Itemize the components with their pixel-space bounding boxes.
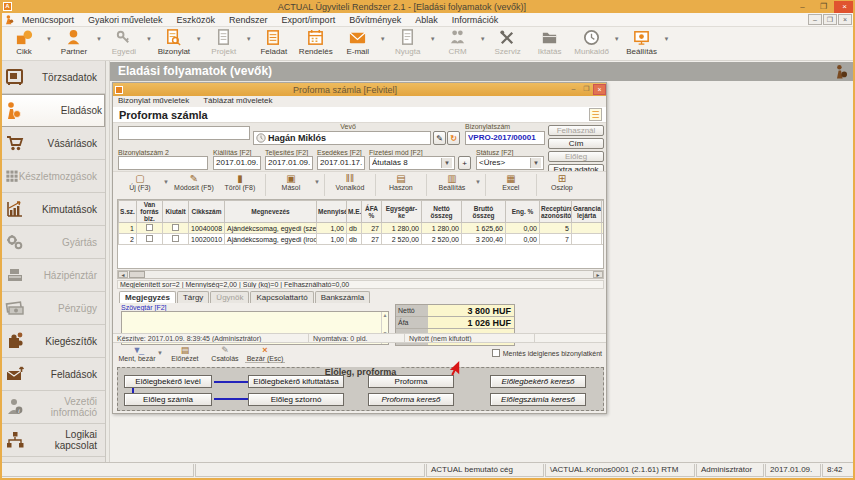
- mdi-minimize-button[interactable]: –: [808, 14, 822, 25]
- mdi-close-button[interactable]: ×: [838, 14, 852, 25]
- row-checkbox[interactable]: [137, 234, 163, 245]
- tab-megjegyzes[interactable]: Megjegyzés: [119, 291, 176, 303]
- toolbar-partner[interactable]: Partner: [54, 28, 94, 56]
- uj-dropdown-arrow[interactable]: ▼: [163, 179, 169, 185]
- torol-button[interactable]: ▮Töröl (F8): [217, 173, 263, 191]
- col-egysegar[interactable]: Egységár-ke: [382, 201, 422, 223]
- scroll-right-arrow[interactable]: ►: [593, 271, 603, 278]
- col-brutto[interactable]: Bruttó összeg: [462, 201, 506, 223]
- menu-export-import[interactable]: Export/import: [275, 15, 343, 25]
- col-eng[interactable]: Eng. %: [506, 201, 540, 223]
- menu-eszkozok[interactable]: Eszközök: [170, 15, 223, 25]
- haszon-button[interactable]: ▤Haszon: [378, 173, 424, 191]
- partner-code-input[interactable]: [118, 126, 250, 140]
- minimize-button[interactable]: –: [792, 1, 813, 13]
- eloleg-szamla-button[interactable]: Előleg számla: [124, 393, 212, 406]
- proforma-kereso-button[interactable]: Proforma kereső: [368, 393, 454, 406]
- dialog-close-button[interactable]: ×: [593, 84, 606, 95]
- col-me[interactable]: M.E.: [347, 201, 362, 223]
- chevron-down-icon[interactable]: ▼: [441, 158, 452, 168]
- beallitas-dropdown-arrow[interactable]: ▼: [664, 36, 670, 42]
- ment-dropdown-arrow[interactable]: ▼: [157, 350, 163, 356]
- col-cikkszam[interactable]: Cikkszám: [189, 201, 225, 223]
- toolbar-rendeles[interactable]: Rendelés: [296, 28, 336, 56]
- col-ssz[interactable]: S.sz.: [119, 201, 137, 223]
- toolbar-bizonylat[interactable]: Bizonylat: [154, 28, 194, 56]
- row-checkbox[interactable]: [163, 223, 189, 234]
- grid-row-2[interactable]: 2 10020010 Ajándékcsomag, egyedi (iroda)…: [119, 234, 605, 245]
- menu-ablak[interactable]: Ablak: [408, 15, 445, 25]
- tab-targy[interactable]: Tárgy: [177, 291, 209, 303]
- masol-dropdown-arrow[interactable]: ▼: [314, 179, 320, 185]
- sidebar-item-logikai-kapcsolat[interactable]: Logikai kapcsolat: [0, 424, 105, 457]
- tab-kapcsolattarto[interactable]: Kapcsolattartó: [250, 291, 313, 303]
- excel-button[interactable]: ▦Excel: [488, 173, 534, 191]
- proforma-button[interactable]: Proforma: [368, 375, 454, 388]
- eloleg-sztorno-button[interactable]: Előleg sztornó: [248, 393, 344, 406]
- row-checkbox[interactable]: [163, 234, 189, 245]
- checkbox-unchecked[interactable]: [492, 349, 500, 357]
- tab-bankszamla[interactable]: Bankszámla: [315, 291, 371, 303]
- col-afa[interactable]: ÁFA %: [362, 201, 382, 223]
- beallitas-grid-button[interactable]: ▥Beállítás: [429, 173, 475, 191]
- modosit-button[interactable]: ✎Módosít (F5): [171, 173, 217, 191]
- esedekes-input[interactable]: 2017.01.17.: [317, 156, 365, 170]
- menu-rendszer[interactable]: Rendszer: [222, 15, 275, 25]
- col-megnevezes[interactable]: Megnevezés: [225, 201, 317, 223]
- bezar-button[interactable]: ×Bezár (Esc): [245, 345, 285, 363]
- mdi-restore-button[interactable]: ❐: [823, 14, 837, 25]
- csatolas-button[interactable]: ✎Csatolás: [205, 345, 245, 362]
- col-opcio[interactable]: Opci: [602, 201, 605, 223]
- refresh-partner-icon[interactable]: ↻: [447, 131, 460, 145]
- teljesites-input[interactable]: 2017.01.09.: [265, 156, 313, 170]
- cim-button[interactable]: Cím: [548, 138, 604, 149]
- chevron-down-icon[interactable]: ▼: [530, 158, 541, 168]
- sidebar-item-eladasok[interactable]: Eladások: [0, 94, 105, 127]
- menu-bizonylat-muveletek[interactable]: Bizonylat műveletek: [118, 96, 189, 107]
- col-netto[interactable]: Nettó összeg: [422, 201, 462, 223]
- toolbar-cikk[interactable]: Cikk: [4, 28, 44, 56]
- menu-informaciok[interactable]: Információk: [445, 15, 506, 25]
- toolbar-feladat[interactable]: Feladat: [254, 28, 294, 56]
- grid-row-1[interactable]: 1 10040008 Ajándékcsomag, egyedi (személ…: [119, 223, 605, 234]
- history-clock-icon[interactable]: [256, 133, 266, 143]
- col-receptura[interactable]: Receptúra azonosító: [540, 201, 572, 223]
- menu-bovitmenyek[interactable]: Bővítmények: [342, 15, 408, 25]
- scroll-thumb[interactable]: [129, 271, 145, 278]
- menu-menucsoport[interactable]: Menücsoport: [15, 15, 81, 25]
- menu-tablazat-muveletek[interactable]: Táblázat műveletek: [203, 96, 272, 107]
- sidebar-item-vasarlasok[interactable]: Vásárlások: [0, 127, 105, 160]
- oszlop-button[interactable]: ⊞Oszlop: [539, 173, 585, 191]
- ideiglenes-checkbox[interactable]: Mentés ideiglenes bizonylatként: [492, 349, 602, 357]
- elonezet-button[interactable]: ▤Előnézet: [165, 345, 205, 362]
- elolegszamla-kereso-button[interactable]: Előlegszámla kereső: [490, 393, 586, 406]
- uj-button[interactable]: ▢Új (F3): [117, 173, 163, 191]
- ment-bezar-button[interactable]: ▼̲Ment, bezár: [117, 345, 157, 362]
- row-checkbox[interactable]: [137, 223, 163, 234]
- vonalkod-button[interactable]: ‖‖Vonalkód: [327, 173, 373, 191]
- elolegbekero-level-button[interactable]: Előlegbekérő levél: [124, 375, 212, 388]
- add-payment-method-button[interactable]: +: [458, 156, 471, 170]
- col-kiutalt[interactable]: Kiutalt: [163, 201, 189, 223]
- bizonylatszam2-input[interactable]: [118, 156, 208, 170]
- kiallitas-input[interactable]: 2017.01.09.: [213, 156, 261, 170]
- horizontal-scrollbar[interactable]: ◄ ►: [117, 270, 604, 279]
- dialog-minimize-button[interactable]: –: [567, 84, 580, 95]
- email-dropdown-arrow[interactable]: ▼: [380, 36, 386, 42]
- close-button[interactable]: ×: [834, 1, 855, 13]
- fizetesi-mod-select[interactable]: Átutalás 8▼: [369, 156, 455, 170]
- statusz-select[interactable]: <Üres>▼: [476, 156, 544, 170]
- masol-button[interactable]: ▣Másol: [268, 173, 314, 191]
- bizonylat-dropdown-arrow[interactable]: ▼: [196, 36, 202, 42]
- vevo-field[interactable]: Hagán Miklós: [253, 131, 431, 145]
- scroll-left-arrow[interactable]: ◄: [118, 271, 128, 278]
- toolbar-email[interactable]: E-mail: [338, 28, 378, 56]
- document-list-icon[interactable]: ☰: [589, 108, 602, 121]
- dialog-maximize-button[interactable]: ❐: [580, 84, 593, 95]
- sidebar-item-kiegeszitok[interactable]: Kiegészítők: [0, 325, 105, 358]
- sidebar-item-kimutatasok[interactable]: Kimutatások: [0, 193, 105, 226]
- beallitas-dropdown-arrow[interactable]: ▼: [475, 179, 481, 185]
- maximize-button[interactable]: ❐: [813, 1, 834, 13]
- toolbar-beallitas[interactable]: Beállítás: [622, 28, 662, 56]
- szovegtar-link[interactable]: Szövegtár [F2]: [121, 304, 167, 311]
